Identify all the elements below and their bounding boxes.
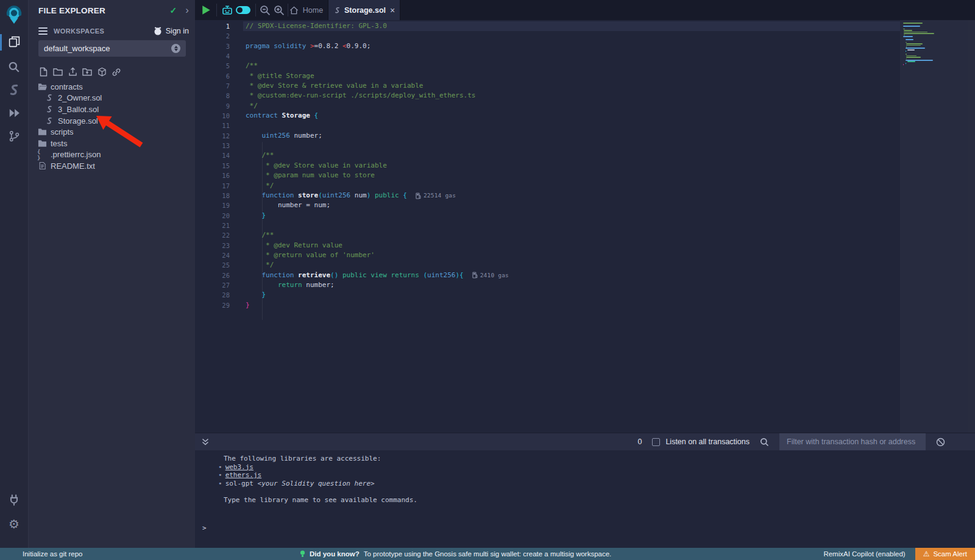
remix-logo-icon[interactable] xyxy=(0,5,28,24)
workspaces-label: WORKSPACES xyxy=(54,27,104,35)
code-line-11[interactable]: 11 xyxy=(195,121,900,130)
editor-scrollbar[interactable] xyxy=(968,20,975,433)
code-line-3[interactable]: 3pragma solidity >=0.8.2 <0.9.0; xyxy=(195,41,900,51)
code-line-6[interactable]: 6 * @title Storage xyxy=(195,71,900,81)
tab-home-label: Home xyxy=(303,6,323,15)
folder-icon xyxy=(37,128,47,136)
tab-label: Storage.sol xyxy=(344,6,386,15)
web3js-link[interactable]: web3.js xyxy=(225,463,254,471)
tree-item-contracts[interactable]: contracts xyxy=(29,81,195,93)
terminal-hint: Type the library name to see available c… xyxy=(195,496,975,505)
code-line-7[interactable]: 7 * @dev Store & retrieve value in a var… xyxy=(195,81,900,91)
code-line-20[interactable]: 20 } xyxy=(195,211,900,221)
listen-checkbox[interactable] xyxy=(652,438,660,446)
code-line-8[interactable]: 8 * @custom:dev-run-script ./scripts/dep… xyxy=(195,91,900,101)
transaction-filter-input[interactable] xyxy=(779,433,926,451)
ai-copilot-robot-icon[interactable] xyxy=(221,5,233,15)
source-control-icon[interactable] xyxy=(0,130,28,142)
code-line-12[interactable]: 12 uint256 number; xyxy=(195,131,900,141)
sign-in-button[interactable]: Sign in xyxy=(153,27,189,36)
run-script-play-button[interactable] xyxy=(202,5,211,15)
terminal-prompt[interactable]: > xyxy=(195,524,975,533)
code-line-28[interactable]: 28 } xyxy=(195,290,900,300)
settings-gear-icon[interactable]: ⚙ xyxy=(0,517,28,531)
init-git-repo-button[interactable]: Initialize as git repo xyxy=(0,550,82,558)
terminal-line: The following libraries are accessible: xyxy=(195,455,975,463)
code-line-25[interactable]: 25 */ xyxy=(195,260,900,270)
tree-item-prettierrc-json[interactable]: { } .prettierrc.json xyxy=(29,149,195,161)
zoom-out-icon[interactable] xyxy=(260,5,271,16)
plugin-manager-icon[interactable] xyxy=(0,494,28,506)
clear-console-icon[interactable] xyxy=(936,438,945,447)
bullet-icon: • xyxy=(218,471,222,479)
close-tab-icon[interactable]: × xyxy=(390,6,395,15)
tab-home[interactable]: Home xyxy=(285,0,328,20)
search-icon[interactable] xyxy=(0,61,28,73)
workspace-name: default_workspace xyxy=(44,44,110,53)
separator xyxy=(255,4,256,16)
scam-alert-button[interactable]: ⚠ Scam Alert xyxy=(915,548,975,560)
new-folder-button[interactable] xyxy=(53,66,63,77)
terminal-library-solgpt: •sol-gpt <your Solidity question here> xyxy=(195,480,975,488)
tab-storage-sol[interactable]: Storage.sol × xyxy=(328,0,400,20)
ethersjs-link[interactable]: ethers.js xyxy=(225,471,262,479)
status-bar: Initialize as git repo Did you know? To … xyxy=(0,548,975,560)
tree-item-scripts[interactable]: scripts xyxy=(29,126,195,138)
workspace-selector[interactable]: default_workspace xyxy=(38,40,186,57)
workspaces-menu-icon[interactable] xyxy=(38,26,48,37)
deploy-and-run-icon[interactable] xyxy=(0,107,28,119)
code-line-4[interactable]: 4 xyxy=(195,51,900,61)
file-explorer-panel: FILE EXPLORER ✓ › WORKSPACES Sign in def… xyxy=(29,0,195,548)
collapse-terminal-icon[interactable] xyxy=(202,438,209,445)
code-line-19[interactable]: 19 number = num; xyxy=(195,200,900,210)
zoom-in-icon[interactable] xyxy=(274,5,285,16)
code-line-22[interactable]: 22 /** xyxy=(195,230,900,240)
copilot-toggle[interactable] xyxy=(236,6,250,14)
code-line-27[interactable]: 27 return number; xyxy=(195,280,900,290)
code-line-29[interactable]: 29} xyxy=(195,300,900,310)
code-line-13[interactable]: 13 xyxy=(195,141,900,151)
minimap[interactable] xyxy=(900,20,968,433)
tree-item-storage-sol[interactable]: Storage.sol xyxy=(29,115,195,127)
file-explorer-icon[interactable] xyxy=(0,35,28,48)
new-file-button[interactable] xyxy=(38,66,48,77)
solgpt-label: sol-gpt xyxy=(225,480,258,487)
code-line-2[interactable]: 2 xyxy=(195,31,900,41)
workspace-caret-icon xyxy=(171,44,180,53)
copilot-status[interactable]: RemixAI Copilot (enabled) xyxy=(823,550,905,558)
folder-icon xyxy=(37,140,47,147)
code-editor[interactable]: 1// SPDX-License-Identifier: GPL-3.023pr… xyxy=(195,20,975,433)
code-line-23[interactable]: 23 * @dev Return value xyxy=(195,241,900,250)
code-line-15[interactable]: 15 * @dev Store value in variable xyxy=(195,161,900,171)
indent-guide xyxy=(262,142,263,320)
terminal-output[interactable]: The following libraries are accessible: … xyxy=(195,450,975,548)
listen-all-transactions-control[interactable]: Listen on all transactions xyxy=(652,438,750,446)
code-line-26[interactable]: 26 function retrieve() public view retur… xyxy=(195,271,900,280)
terminal-library-ethers: •ethers.js xyxy=(195,471,975,480)
tree-item-tests[interactable]: tests xyxy=(29,138,195,149)
code-line-18[interactable]: 18 function store(uint256 num) public {2… xyxy=(195,191,900,200)
cube-icon-button[interactable] xyxy=(97,66,107,77)
code-line-17[interactable]: 17 */ xyxy=(195,181,900,191)
tree-item-2-owner-sol[interactable]: 2_Owner.sol xyxy=(29,93,195,104)
code-line-24[interactable]: 24 * @return value of 'number' xyxy=(195,250,900,260)
bullet-icon: • xyxy=(218,480,222,487)
code-line-16[interactable]: 16 * @param num value to store xyxy=(195,171,900,180)
link-icon-button[interactable] xyxy=(112,66,121,77)
scam-alert-label: Scam Alert xyxy=(933,550,967,558)
chevron-right-icon[interactable]: › xyxy=(185,7,189,13)
tree-item-3-ballot-sol[interactable]: 3_Ballot.sol xyxy=(29,104,195,115)
upload-file-button[interactable] xyxy=(68,66,77,77)
solidity-compiler-icon[interactable] xyxy=(0,84,28,96)
code-line-1[interactable]: 1// SPDX-License-Identifier: GPL-3.0 xyxy=(195,21,900,31)
code-line-10[interactable]: 10contract Storage { xyxy=(195,111,900,121)
tree-item-readme-txt[interactable]: README.txt xyxy=(29,160,195,172)
code-line-9[interactable]: 9 */ xyxy=(195,101,900,111)
code-line-14[interactable]: 14 /** xyxy=(195,151,900,160)
upload-folder-button[interactable] xyxy=(82,66,92,77)
terminal-search-icon[interactable] xyxy=(760,438,769,447)
minimap-lines xyxy=(903,23,965,66)
code-line-5[interactable]: 5/** xyxy=(195,61,900,71)
lightbulb-icon xyxy=(300,550,305,558)
code-line-21[interactable]: 21 xyxy=(195,221,900,230)
